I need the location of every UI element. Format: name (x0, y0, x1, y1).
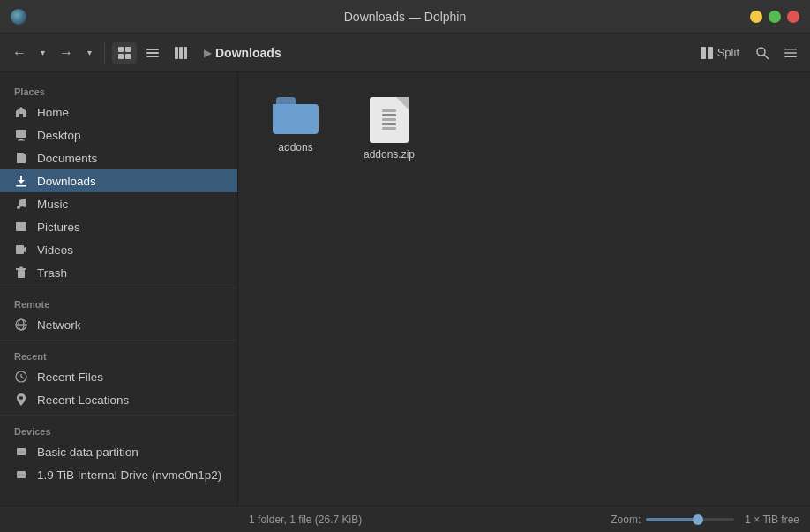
sidebar-item-videos[interactable]: Videos (0, 238, 237, 261)
svg-rect-19 (18, 140, 25, 141)
file-item-addons-zip[interactable]: addons.zip (349, 90, 429, 168)
download-icon (14, 174, 28, 188)
app-logo (11, 9, 26, 25)
zoom-label: Zoom: (611, 513, 641, 526)
breadcrumb: ▶ Downloads (204, 46, 689, 60)
network-icon (14, 318, 28, 332)
file-count-info: 1 folder, 1 file (26.7 KiB) (11, 513, 600, 526)
svg-point-12 (757, 48, 765, 56)
sidebar-item-network[interactable]: Network (0, 313, 237, 336)
clock-icon (14, 370, 28, 384)
sidebar-divider-2 (0, 340, 237, 341)
zip-decoration (382, 109, 396, 130)
forward-icon: → (59, 45, 73, 61)
search-button[interactable] (750, 42, 775, 64)
file-name-addons-zip: addons.zip (364, 148, 415, 161)
maximize-button[interactable] (769, 11, 781, 23)
sidebar-item-music[interactable]: Music (0, 192, 237, 215)
sidebar-item-basic-data[interactable]: Basic data partition (0, 440, 237, 463)
grid-view-icon (117, 46, 131, 60)
minimize-button[interactable] (750, 11, 762, 23)
folder-icon (273, 97, 319, 136)
trash-icon (14, 266, 28, 280)
zoom-fill (646, 518, 694, 521)
video-icon (14, 243, 28, 257)
breadcrumb-separator: ▶ (204, 47, 212, 59)
svg-rect-15 (784, 52, 797, 54)
sidebar-label-network: Network (37, 318, 81, 332)
zip-line-2 (382, 114, 396, 116)
sidebar-label-basic-data: Basic data partition (37, 446, 139, 459)
breadcrumb-downloads[interactable]: Downloads (215, 46, 281, 60)
svg-rect-28 (19, 267, 23, 269)
sidebar-label-pictures: Pictures (37, 221, 80, 234)
sidebar-label-recent-locations: Recent Locations (37, 393, 129, 407)
close-button[interactable] (787, 11, 799, 23)
svg-rect-17 (16, 130, 26, 138)
desktop-icon (14, 128, 28, 142)
zoom-slider[interactable] (646, 518, 734, 521)
window-title: Downloads — Dolphin (344, 10, 467, 24)
home-icon (14, 105, 28, 119)
sidebar-item-trash[interactable]: Trash (0, 261, 237, 284)
svg-rect-0 (118, 47, 124, 52)
recent-section-label: Recent (0, 344, 237, 365)
chevron-down-icon-2: ▾ (87, 48, 92, 57)
drive-icon-2 (14, 468, 28, 482)
sidebar-item-home[interactable]: Home (0, 101, 237, 124)
file-item-addons-folder[interactable]: addons (256, 90, 335, 168)
sidebar-divider-3 (0, 415, 237, 416)
sidebar: Places Home Desktop Documents Downloads (0, 72, 238, 506)
picture-icon (14, 220, 28, 234)
places-section-label: Places (0, 79, 237, 101)
forward-dropdown-button[interactable]: ▾ (82, 44, 97, 61)
hamburger-icon (784, 46, 798, 60)
svg-rect-8 (179, 47, 183, 59)
sidebar-item-recent-files[interactable]: Recent Files (0, 365, 237, 388)
chevron-down-icon: ▾ (41, 48, 45, 57)
forward-button[interactable]: → (54, 41, 79, 64)
svg-line-34 (21, 377, 24, 378)
zoom-area: Zoom: (611, 513, 734, 526)
column-view-button[interactable] (169, 42, 193, 64)
sidebar-item-desktop[interactable]: Desktop (0, 124, 237, 146)
back-icon: ← (12, 45, 26, 61)
statusbar: 1 folder, 1 file (26.7 KiB) Zoom: 1 × Ti… (0, 506, 810, 532)
sidebar-item-internal-drive[interactable]: 1.9 TiB Internal Drive (nvme0n1p2) (0, 463, 237, 486)
sidebar-item-downloads[interactable]: Downloads (0, 169, 237, 192)
toolbar-separator-1 (104, 42, 105, 64)
main-area: Places Home Desktop Documents Downloads (0, 72, 810, 506)
back-button[interactable]: ← (7, 41, 32, 64)
svg-rect-4 (146, 49, 159, 50)
drive-icon-1 (14, 445, 28, 459)
list-view-button[interactable] (140, 42, 165, 64)
svg-rect-2 (118, 54, 124, 59)
file-area: addons addons.zip (238, 72, 810, 506)
svg-rect-7 (175, 47, 178, 59)
grid-view-button[interactable] (112, 42, 137, 64)
sidebar-item-documents[interactable]: Documents (0, 146, 237, 169)
folder-body (273, 104, 319, 134)
sidebar-item-recent-locations[interactable]: Recent Locations (0, 388, 237, 411)
svg-point-36 (23, 453, 25, 454)
zip-line-5 (382, 127, 396, 130)
svg-rect-25 (16, 245, 24, 254)
sidebar-label-recent-files: Recent Files (37, 371, 103, 384)
svg-rect-20 (16, 185, 26, 187)
sidebar-label-home: Home (37, 106, 69, 119)
file-name-addons: addons (278, 141, 312, 154)
split-view-button[interactable]: Split (693, 42, 746, 64)
sidebar-label-internal-drive: 1.9 TiB Internal Drive (nvme0n1p2) (37, 468, 221, 482)
svg-line-13 (764, 55, 769, 59)
list-view-icon (146, 46, 160, 60)
document-icon (14, 151, 28, 165)
svg-point-22 (23, 204, 26, 207)
split-label: Split (717, 46, 739, 59)
sidebar-label-desktop: Desktop (37, 129, 81, 142)
hamburger-menu-button[interactable] (778, 42, 803, 64)
back-dropdown-button[interactable]: ▾ (35, 44, 50, 61)
column-view-icon (174, 46, 188, 60)
sidebar-item-pictures[interactable]: Pictures (0, 215, 237, 238)
location-icon (14, 393, 28, 407)
titlebar: Downloads — Dolphin (0, 0, 810, 34)
